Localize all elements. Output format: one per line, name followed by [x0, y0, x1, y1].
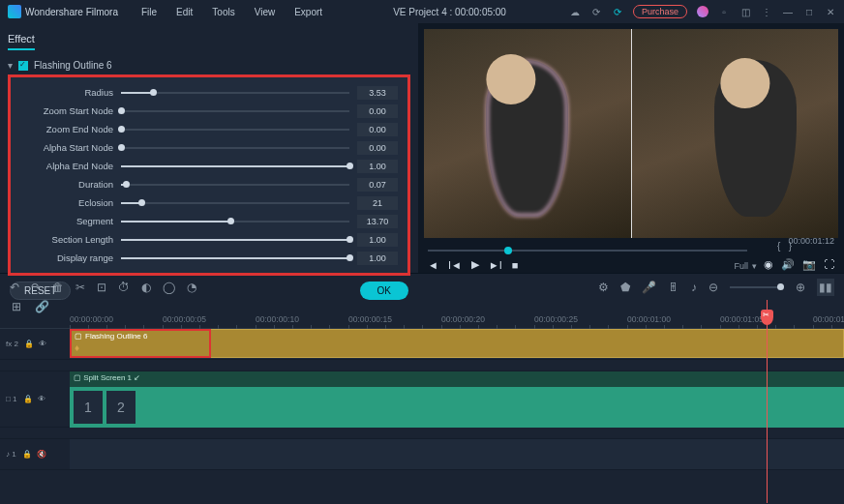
minimize-icon[interactable]: —: [782, 6, 794, 17]
step-fwd-icon[interactable]: ►I: [489, 259, 502, 271]
param-slider[interactable]: [121, 165, 349, 167]
eye-icon[interactable]: 👁: [38, 395, 45, 403]
param-slider[interactable]: [121, 202, 349, 204]
more-icon[interactable]: ⋮: [761, 6, 772, 17]
music-icon[interactable]: ♪: [691, 281, 697, 294]
effect-header[interactable]: ▾ Flashing Outline 6: [8, 60, 410, 71]
param-slider[interactable]: [121, 129, 349, 131]
effect-name: Flashing Outline 6: [34, 60, 112, 71]
ruler-time: 00:00:00:25: [534, 314, 578, 324]
maximize-icon[interactable]: □: [803, 6, 815, 17]
gear-icon[interactable]: ⚙: [598, 281, 609, 294]
mask-icon[interactable]: ◔: [187, 281, 196, 294]
param-slider[interactable]: [121, 184, 349, 186]
eye-icon[interactable]: 👁: [39, 340, 46, 348]
fullscreen-icon[interactable]: ⛶: [824, 258, 834, 271]
ruler-time: 00:00:00:10: [256, 314, 299, 324]
cut-icon[interactable]: ✂: [75, 281, 85, 294]
delete-icon[interactable]: 🗑: [52, 281, 64, 294]
save-icon[interactable]: ▫: [718, 6, 730, 17]
green-icon[interactable]: ◯: [163, 281, 175, 294]
play-icon[interactable]: ▶: [471, 258, 479, 271]
mic-icon[interactable]: 🎤: [642, 281, 656, 294]
preview-viewport[interactable]: [424, 29, 838, 238]
split-tile-2[interactable]: 2: [106, 391, 136, 424]
layout-icon[interactable]: ◫: [739, 6, 751, 17]
preview-scrubber[interactable]: [428, 250, 747, 252]
param-slider[interactable]: [121, 147, 349, 149]
param-value[interactable]: 1.00: [357, 252, 398, 265]
menu-edit[interactable]: Edit: [168, 5, 200, 19]
mixer-icon[interactable]: 🎚: [668, 281, 679, 294]
param-value[interactable]: 0.07: [357, 178, 398, 192]
mute-icon[interactable]: 🔇: [37, 450, 46, 459]
sync-icon[interactable]: ⟳: [612, 6, 623, 17]
scrub-knob[interactable]: [504, 247, 512, 254]
effect-tab[interactable]: Effect: [8, 29, 35, 50]
menu-file[interactable]: File: [134, 5, 165, 19]
close-icon[interactable]: ✕: [825, 6, 836, 17]
link-icon[interactable]: 🔗: [35, 300, 49, 313]
undo-icon[interactable]: ↶: [10, 281, 19, 294]
quality-dropdown[interactable]: Full▾: [734, 261, 757, 271]
param-value[interactable]: 1.00: [357, 233, 398, 247]
profile-avatar[interactable]: [697, 6, 708, 17]
zoom-slider[interactable]: [730, 286, 784, 288]
crop-icon[interactable]: ⊡: [97, 281, 106, 294]
lock-icon[interactable]: 🔒: [23, 395, 33, 403]
cloud-icon[interactable]: ☁: [569, 6, 581, 17]
lock-icon[interactable]: 🔒: [24, 340, 34, 348]
param-value[interactable]: 0.00: [357, 141, 398, 155]
lock-icon[interactable]: 🔒: [22, 450, 32, 459]
param-value[interactable]: 21: [357, 196, 398, 210]
fit-icon[interactable]: ▮▮: [817, 279, 834, 296]
app-logo: [8, 5, 21, 18]
record-icon[interactable]: ◉: [764, 258, 773, 271]
param-value[interactable]: 0.00: [357, 123, 398, 136]
param-slider[interactable]: [121, 257, 349, 259]
titlebar: Wondershare Filmora File Edit Tools View…: [0, 0, 844, 23]
prev-frame-icon[interactable]: ◄: [428, 259, 438, 271]
time-ruler[interactable]: 00:00:00:0000:00:00:0500:00:00:1000:00:0…: [0, 313, 844, 329]
color-icon[interactable]: ◐: [141, 281, 151, 294]
playhead-knob[interactable]: [761, 310, 773, 325]
ok-button[interactable]: OK: [360, 282, 408, 300]
ruler-time: 00:00:01:10: [813, 314, 844, 324]
chevron-down-icon: ▾: [8, 60, 13, 71]
zoom-out-icon[interactable]: ⊖: [708, 281, 718, 294]
param-slider[interactable]: [121, 110, 349, 112]
ruler-time: 00:00:01:05: [720, 314, 764, 324]
marker-icon[interactable]: ⬟: [620, 281, 630, 294]
speed-icon[interactable]: ⏱: [118, 281, 130, 294]
param-value[interactable]: 13.70: [357, 215, 398, 228]
menu-view[interactable]: View: [247, 5, 284, 19]
param-label: Section Length: [20, 234, 113, 245]
split-clip-header[interactable]: ▢ Split Screen 1 ↙: [70, 371, 844, 387]
split-clip[interactable]: 1 2: [70, 387, 844, 428]
param-value[interactable]: 3.53: [357, 86, 398, 100]
effect-enable-checkbox[interactable]: [18, 61, 28, 71]
zoom-in-icon[interactable]: ⊕: [796, 281, 805, 294]
param-value[interactable]: 0.00: [357, 104, 398, 118]
ruler-time: 00:00:01:00: [627, 314, 671, 324]
menu-tools[interactable]: Tools: [204, 5, 242, 19]
purchase-button[interactable]: Purchase: [633, 5, 687, 18]
menu-export[interactable]: Export: [286, 5, 330, 19]
stop-icon[interactable]: ■: [512, 259, 519, 271]
param-label: Alpha End Node: [20, 161, 113, 171]
param-slider[interactable]: [121, 221, 349, 222]
redo-icon[interactable]: ↷: [31, 281, 41, 294]
playhead[interactable]: [767, 300, 768, 503]
step-back-icon[interactable]: I◄: [448, 259, 462, 271]
snapshot-icon[interactable]: 📷: [802, 258, 816, 271]
track-audio: ♪ 1🔒🔇: [0, 439, 844, 470]
param-slider[interactable]: [121, 239, 349, 241]
mute-icon[interactable]: 🔊: [781, 258, 795, 271]
mark-brackets[interactable]: { }: [777, 241, 792, 252]
param-value[interactable]: 1.00: [357, 160, 398, 173]
preview-timecode: 00:00:01:12: [788, 236, 834, 246]
refresh-icon[interactable]: ⟳: [590, 6, 602, 17]
param-slider[interactable]: [121, 92, 349, 94]
timeline-mode-icon[interactable]: ⊞: [12, 300, 21, 313]
split-tile-1[interactable]: 1: [74, 391, 103, 424]
